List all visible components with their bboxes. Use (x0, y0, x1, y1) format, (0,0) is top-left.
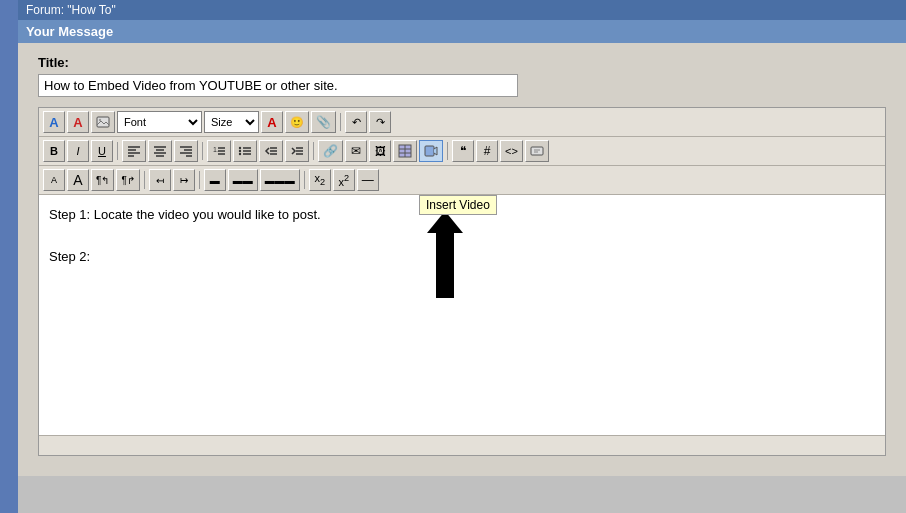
email-icon: ✉ (351, 144, 361, 158)
ordered-list-button[interactable]: 1. (207, 140, 231, 162)
outdent-icon (264, 144, 278, 158)
align-left-button[interactable] (122, 140, 146, 162)
font-style-a-button[interactable]: A (43, 111, 65, 133)
text-color-button[interactable]: A (261, 111, 283, 133)
editor-area-wrapper: Step 1: Locate the video you would like … (39, 195, 885, 435)
superscript-icon: x2 (338, 173, 349, 188)
table-icon (398, 144, 412, 158)
font-size-small-button[interactable]: A (43, 169, 65, 191)
font-size-small-icon: A (51, 175, 57, 185)
font-style-a-icon: A (49, 115, 58, 130)
toolbar-row-1: A A Font Arial Times New (39, 108, 885, 137)
quote-button[interactable]: ❝ (452, 140, 474, 162)
indent2-icon: ↤ (156, 175, 164, 186)
text-color-icon: A (267, 115, 276, 130)
your-message-header: Your Message (18, 20, 906, 43)
undo-button[interactable]: ↶ (345, 111, 367, 133)
superscript-button[interactable]: x2 (333, 169, 355, 191)
subscript-button[interactable]: x2 (309, 169, 331, 191)
svg-point-20 (239, 153, 241, 155)
editor-container: A A Font Arial Times New (38, 107, 886, 456)
ordered-list-icon: 1. (212, 144, 226, 158)
separator-3 (202, 142, 203, 160)
cols-1-icon: ▬ (210, 175, 220, 186)
undo-icon: ↶ (352, 116, 361, 129)
smiley-button[interactable]: 🙂 (285, 111, 309, 133)
hash-icon: # (484, 144, 491, 158)
outdent2-button[interactable]: ↦ (173, 169, 195, 191)
insert-button[interactable]: 📎 (311, 111, 336, 133)
svg-point-19 (239, 150, 241, 152)
size-select[interactable]: Size 8 10 12 14 18 24 (204, 111, 259, 133)
link-icon: 🔗 (323, 144, 338, 158)
redo-icon: ↷ (376, 116, 385, 129)
image2-button[interactable]: 🖼 (369, 140, 391, 162)
toolbar-row-3: A A ¶↰ ¶↱ ↤ ↦ (39, 166, 885, 195)
unordered-list-button[interactable] (233, 140, 257, 162)
align-right-button[interactable] (174, 140, 198, 162)
toolbar-row-2: B I U (39, 137, 885, 166)
ltr-button[interactable]: ¶↱ (116, 169, 139, 191)
indent2-button[interactable]: ↤ (149, 169, 171, 191)
outdent-button[interactable] (259, 140, 283, 162)
separator-4 (313, 142, 314, 160)
italic-button[interactable]: I (67, 140, 89, 162)
cols-2-icon: ▬▬ (233, 175, 253, 186)
page-content: Title: A A (18, 43, 906, 476)
title-input[interactable] (38, 74, 518, 97)
bold-button[interactable]: B (43, 140, 65, 162)
cols-1-button[interactable]: ▬ (204, 169, 226, 191)
your-message-label: Your Message (26, 24, 113, 39)
indent-icon (290, 144, 304, 158)
indent-button[interactable] (285, 140, 309, 162)
image2-icon: 🖼 (375, 145, 386, 157)
svg-point-18 (239, 147, 241, 149)
ltr-icon: ¶↱ (121, 175, 134, 186)
underline-icon: U (98, 145, 106, 157)
font-color-a-icon: A (73, 115, 82, 130)
separator-2 (117, 142, 118, 160)
italic-icon: I (76, 145, 79, 157)
cols-3-button[interactable]: ▬▬▬ (260, 169, 300, 191)
insert-video-icon (424, 144, 438, 158)
align-left-icon (127, 144, 141, 158)
insert-icon: 📎 (316, 115, 331, 129)
subscript-icon: x2 (314, 172, 325, 187)
hr-icon: — (362, 173, 374, 187)
redo-button[interactable]: ↷ (369, 111, 391, 133)
editor-footer (39, 435, 885, 455)
forum-bar: Forum: "How To" (18, 0, 906, 20)
hash-button[interactable]: # (476, 140, 498, 162)
email-button[interactable]: ✉ (345, 140, 367, 162)
font-color-a-button[interactable]: A (67, 111, 89, 133)
rtl-icon: ¶↰ (96, 175, 109, 186)
separator-7 (199, 171, 200, 189)
smiley-icon: 🙂 (290, 116, 304, 129)
image-button[interactable] (91, 111, 115, 133)
rtl-button[interactable]: ¶↰ (91, 169, 114, 191)
link-button[interactable]: 🔗 (318, 140, 343, 162)
tooltip-box: Insert Video (419, 195, 497, 215)
spoiler-icon (530, 144, 544, 158)
cols-2-button[interactable]: ▬▬ (228, 169, 258, 191)
svg-rect-0 (97, 117, 109, 127)
svg-rect-34 (425, 146, 434, 156)
arrow-shaft (436, 233, 454, 298)
insert-video-button[interactable] (419, 140, 443, 162)
arrow-annotation (427, 211, 463, 298)
quote-icon: ❝ (460, 144, 466, 158)
underline-button[interactable]: U (91, 140, 113, 162)
font-size-large-button[interactable]: A (67, 169, 89, 191)
spoiler-button[interactable] (525, 140, 549, 162)
table-button[interactable] (393, 140, 417, 162)
separator-8 (304, 171, 305, 189)
bold-icon: B (50, 145, 58, 157)
align-center-button[interactable] (148, 140, 172, 162)
code-button[interactable]: <> (500, 140, 523, 162)
font-size-large-icon: A (73, 172, 82, 188)
align-right-icon (179, 144, 193, 158)
code-icon: <> (505, 145, 518, 157)
hr-button[interactable]: — (357, 169, 379, 191)
svg-text:1.: 1. (213, 146, 219, 153)
font-select[interactable]: Font Arial Times New Roman Courier Verda… (117, 111, 202, 133)
